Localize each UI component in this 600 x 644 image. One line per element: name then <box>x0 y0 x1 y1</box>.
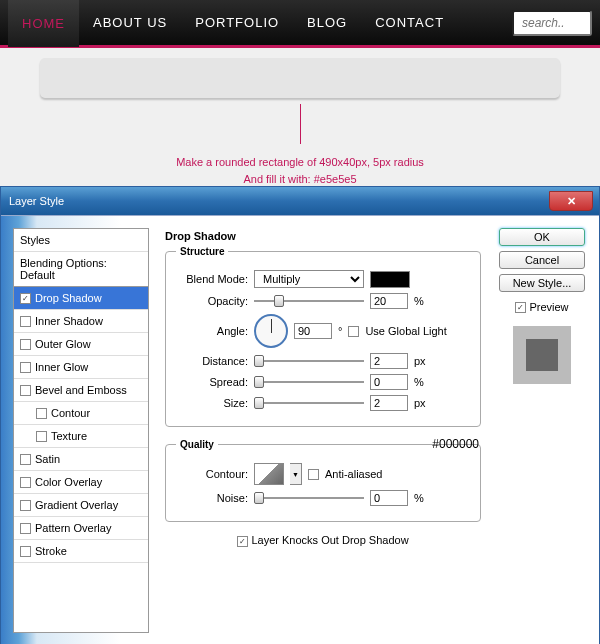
size-input[interactable] <box>370 395 408 411</box>
size-label: Size: <box>176 397 248 409</box>
global-light-checkbox[interactable] <box>348 326 359 337</box>
annotation-text: Make a rounded rectangle of 490x40px, 5p… <box>40 154 560 187</box>
angle-dial[interactable] <box>254 314 288 348</box>
blend-mode-select[interactable]: Multiply <box>254 270 364 288</box>
layer-style-dialog: Layer Style ✕ Styles Blending Options: D… <box>0 186 600 644</box>
checkbox-icon[interactable] <box>20 454 31 465</box>
dialog-body: Styles Blending Options: Default ✓Drop S… <box>1 215 599 644</box>
effect-pattern-overlay[interactable]: Pattern Overlay <box>14 517 148 540</box>
effect-contour[interactable]: Contour <box>14 402 148 425</box>
contour-picker[interactable] <box>254 463 284 485</box>
nav-blog[interactable]: BLOG <box>293 0 361 46</box>
knockout-label: Layer Knocks Out Drop Shadow <box>251 534 408 546</box>
angle-label: Angle: <box>176 325 248 337</box>
panel-title: Drop Shadow <box>165 230 481 242</box>
annotation-line1: Make a rounded rectangle of 490x40px, 5p… <box>40 154 560 171</box>
ok-button[interactable]: OK <box>499 228 585 246</box>
opacity-slider[interactable] <box>254 294 364 308</box>
blend-mode-label: Blend Mode: <box>176 273 248 285</box>
checkbox-icon[interactable] <box>20 477 31 488</box>
nav-home[interactable]: HOME <box>8 0 79 47</box>
preview-checkbox[interactable]: ✓ <box>515 302 526 313</box>
size-slider[interactable] <box>254 396 364 410</box>
knockout-row: ✓ Layer Knocks Out Drop Shadow <box>165 534 481 547</box>
spread-slider[interactable] <box>254 375 364 389</box>
close-icon: ✕ <box>567 195 576 208</box>
effect-outer-glow[interactable]: Outer Glow <box>14 333 148 356</box>
cancel-button[interactable]: Cancel <box>499 251 585 269</box>
nav-portfolio[interactable]: PORTFOLIO <box>181 0 293 46</box>
search-input[interactable] <box>512 10 592 36</box>
effect-inner-shadow[interactable]: Inner Shadow <box>14 310 148 333</box>
anti-aliased-label: Anti-aliased <box>325 468 382 480</box>
noise-slider[interactable] <box>254 491 364 505</box>
structure-legend: Structure <box>176 246 228 257</box>
checkbox-icon[interactable] <box>20 316 31 327</box>
effect-gradient-overlay[interactable]: Gradient Overlay <box>14 494 148 517</box>
dialog-buttons: OK Cancel New Style... ✓ Preview <box>497 228 587 633</box>
checkbox-icon[interactable] <box>20 500 31 511</box>
global-light-label: Use Global Light <box>365 325 446 337</box>
opacity-input[interactable] <box>370 293 408 309</box>
distance-input[interactable] <box>370 353 408 369</box>
checkbox-icon[interactable] <box>20 362 31 373</box>
checkbox-icon[interactable]: ✓ <box>20 293 31 304</box>
effect-drop-shadow[interactable]: ✓Drop Shadow <box>14 287 148 310</box>
close-button[interactable]: ✕ <box>549 191 593 211</box>
effect-satin[interactable]: Satin <box>14 448 148 471</box>
anti-aliased-checkbox[interactable] <box>308 469 319 480</box>
hex-label: #000000 <box>432 437 479 451</box>
checkbox-icon[interactable] <box>20 546 31 557</box>
settings-panel: Drop Shadow Structure #000000 Blend Mode… <box>161 228 485 633</box>
preview-box <box>513 326 571 384</box>
effect-texture[interactable]: Texture <box>14 425 148 448</box>
checkbox-icon[interactable] <box>20 385 31 396</box>
nav-contact[interactable]: CONTACT <box>361 0 458 46</box>
opacity-label: Opacity: <box>176 295 248 307</box>
annotation-line <box>300 104 301 144</box>
contour-label: Contour: <box>176 468 248 480</box>
blending-options[interactable]: Blending Options: Default <box>14 252 148 287</box>
quality-group: Quality Contour: ▼ Anti-aliased Noise: % <box>165 439 481 522</box>
preview-label: Preview <box>529 301 568 313</box>
effect-stroke[interactable]: Stroke <box>14 540 148 563</box>
effect-inner-glow[interactable]: Inner Glow <box>14 356 148 379</box>
spread-label: Spread: <box>176 376 248 388</box>
distance-label: Distance: <box>176 355 248 367</box>
content-area: Make a rounded rectangle of 490x40px, 5p… <box>0 48 600 197</box>
noise-input[interactable] <box>370 490 408 506</box>
checkbox-icon[interactable] <box>20 523 31 534</box>
chevron-down-icon[interactable]: ▼ <box>290 463 302 485</box>
top-nav: HOME ABOUT US PORTFOLIO BLOG CONTACT <box>0 0 600 48</box>
noise-label: Noise: <box>176 492 248 504</box>
angle-input[interactable] <box>294 323 332 339</box>
effect-bevel-emboss[interactable]: Bevel and Emboss <box>14 379 148 402</box>
styles-list: Styles Blending Options: Default ✓Drop S… <box>13 228 149 633</box>
new-style-button[interactable]: New Style... <box>499 274 585 292</box>
spread-input[interactable] <box>370 374 408 390</box>
annotation-line2: And fill it with: #e5e5e5 <box>40 171 560 188</box>
dialog-titlebar[interactable]: Layer Style ✕ <box>1 187 599 215</box>
checkbox-icon[interactable] <box>36 431 47 442</box>
checkbox-icon[interactable] <box>20 339 31 350</box>
distance-slider[interactable] <box>254 354 364 368</box>
checkbox-icon[interactable] <box>36 408 47 419</box>
color-swatch[interactable] <box>370 271 410 288</box>
styles-header[interactable]: Styles <box>14 229 148 252</box>
structure-group: Structure #000000 Blend Mode: Multiply O… <box>165 246 481 427</box>
preview-swatch <box>526 339 558 371</box>
nav-about[interactable]: ABOUT US <box>79 0 181 46</box>
dialog-title: Layer Style <box>9 195 64 207</box>
effect-color-overlay[interactable]: Color Overlay <box>14 471 148 494</box>
example-rectangle <box>40 58 560 98</box>
quality-legend: Quality <box>176 439 218 450</box>
knockout-checkbox[interactable]: ✓ <box>237 536 248 547</box>
